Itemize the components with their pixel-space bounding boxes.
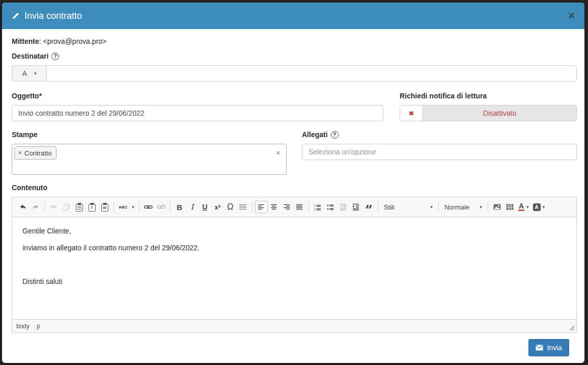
modal-title-text: Invia contratto <box>24 11 82 21</box>
chevron-down-icon: ▾ <box>34 71 37 76</box>
modal-footer: Invia <box>12 333 577 361</box>
svg-text:2: 2 <box>314 207 316 211</box>
align-justify-icon[interactable] <box>293 201 306 213</box>
remove-tag-icon[interactable]: × <box>18 149 22 157</box>
help-icon[interactable]: ? <box>331 131 339 139</box>
read-receipt-field: Richiedi notifica di lettura ✖ Disattiva… <box>400 91 577 121</box>
toolbar-separator <box>44 202 45 213</box>
rich-text-editor: ✂ T W ABC ✓ ▾ <box>12 197 577 333</box>
format-dropdown[interactable]: Normale ▾ <box>441 201 485 213</box>
chevron-down-icon: ▾ <box>480 205 482 210</box>
editor-path-bar: body p <box>12 319 576 332</box>
send-contract-modal: Invia contratto × Mittente: <prova@prova… <box>2 3 584 363</box>
paste-as-text-icon[interactable]: T <box>86 201 98 213</box>
recipients-input[interactable] <box>46 65 577 82</box>
chevron-down-icon: ▾ <box>132 205 134 210</box>
align-left-icon[interactable] <box>255 201 268 213</box>
sender-line: Mittente: <prova@prova.pro> <box>12 37 577 45</box>
close-icon[interactable]: × <box>568 10 575 21</box>
styles-dropdown-label: Stili <box>384 203 395 211</box>
recipients-group: A ▾ <box>12 65 577 82</box>
blockquote-icon[interactable]: ” <box>362 201 375 213</box>
element-path-p[interactable]: p <box>37 323 40 330</box>
element-path-body[interactable]: body <box>16 323 30 330</box>
copy-icon[interactable] <box>60 201 73 213</box>
attachments-input[interactable] <box>302 144 577 160</box>
help-icon[interactable]: ? <box>51 53 59 60</box>
send-button[interactable]: Invia <box>528 339 569 356</box>
subject-input[interactable] <box>12 105 383 121</box>
chevron-down-icon: ▾ <box>526 205 529 210</box>
image-icon[interactable] <box>491 201 503 213</box>
prints-label: Stampe <box>12 129 287 140</box>
superscript-icon[interactable]: x² <box>211 201 224 213</box>
toolbar-separator <box>378 202 378 213</box>
sender-value: : <prova@prova.pro> <box>39 37 107 45</box>
subject-field: Oggetto* <box>12 91 383 121</box>
modal-title: Invia contratto <box>12 11 82 21</box>
prints-multiselect[interactable]: × Contratto × <box>12 144 287 175</box>
numbered-list-icon[interactable]: 12 <box>312 201 324 213</box>
toolbar-separator <box>114 202 114 213</box>
recipient-type-select[interactable]: A ▾ <box>12 65 46 82</box>
resize-handle[interactable] <box>569 325 574 330</box>
chevron-down-icon: ▾ <box>543 205 545 210</box>
chevron-down-icon: ▾ <box>430 205 433 210</box>
envelope-icon <box>536 345 543 351</box>
pencil-icon <box>12 12 20 20</box>
format-dropdown-label: Normale <box>444 203 469 211</box>
paste-icon[interactable] <box>73 201 86 213</box>
styles-dropdown[interactable]: Stili ▾ <box>381 201 436 213</box>
unlink-icon[interactable] <box>155 201 167 213</box>
prints-field: Stampe × Contratto × <box>12 129 287 175</box>
toolbar-separator <box>252 202 253 213</box>
toolbar-separator <box>170 202 171 213</box>
bold-icon[interactable]: B <box>173 201 186 213</box>
indent-icon[interactable] <box>350 201 362 213</box>
toolbar-separator <box>139 202 139 213</box>
editor-content[interactable]: Gentile Cliente, inviamo in allegato il … <box>12 217 576 319</box>
align-right-icon[interactable] <box>281 201 293 213</box>
prints-tag: × Contratto <box>14 146 57 160</box>
redo-icon[interactable] <box>29 201 42 213</box>
attachments-field: Allegati ? <box>302 129 577 175</box>
clear-selection-icon[interactable]: × <box>276 149 280 157</box>
background-color-icon[interactable]: A ▾ <box>531 201 547 213</box>
recipients-label: Destinatari ? <box>12 51 577 62</box>
attachments-label: Allegati ? <box>302 129 577 140</box>
toolbar-separator <box>488 202 488 213</box>
outdent-icon[interactable] <box>337 201 350 213</box>
spellcheck-icon[interactable]: ABC ✓ ▾ <box>117 201 136 213</box>
text-color-icon[interactable]: A ▾ <box>516 201 531 213</box>
italic-icon[interactable]: I <box>186 201 199 213</box>
modal-body: Mittente: <prova@prova.pro> Destinatari … <box>2 29 584 363</box>
send-button-label: Invia <box>547 344 562 352</box>
content-label: Contenuto <box>12 182 577 193</box>
editor-paragraph: Distinti saluti <box>22 277 566 286</box>
subject-label: Oggetto* <box>12 91 383 101</box>
read-receipt-label: Richiedi notifica di lettura <box>400 91 577 101</box>
editor-paragraph <box>22 260 566 269</box>
bullet-list-icon[interactable] <box>324 201 337 213</box>
toggle-state-label[interactable]: Disattivato <box>423 106 576 121</box>
undo-icon[interactable] <box>16 201 29 213</box>
horizontal-rule-icon[interactable] <box>237 201 249 213</box>
toolbar-separator <box>309 202 309 213</box>
paste-from-word-icon[interactable]: W <box>98 201 111 213</box>
modal-header: Invia contratto × <box>2 3 584 29</box>
underline-icon[interactable]: U <box>199 201 211 213</box>
prints-tag-label: Contratto <box>24 149 51 157</box>
align-center-icon[interactable] <box>268 201 281 213</box>
toolbar-separator <box>438 202 439 213</box>
cut-icon[interactable]: ✂ <box>47 201 60 213</box>
special-char-icon[interactable]: Ω <box>224 201 237 213</box>
toggle-off-icon[interactable]: ✖ <box>400 106 423 121</box>
svg-text:1: 1 <box>314 204 316 207</box>
recipient-type-value: A <box>22 69 27 77</box>
editor-paragraph: Gentile Cliente, <box>22 227 566 236</box>
table-icon[interactable] <box>503 201 516 213</box>
sender-label: Mittente <box>12 37 39 45</box>
link-icon[interactable] <box>142 201 155 213</box>
read-receipt-toggle[interactable]: ✖ Disattivato <box>400 105 577 121</box>
editor-toolbar: ✂ T W ABC ✓ ▾ <box>12 197 576 217</box>
